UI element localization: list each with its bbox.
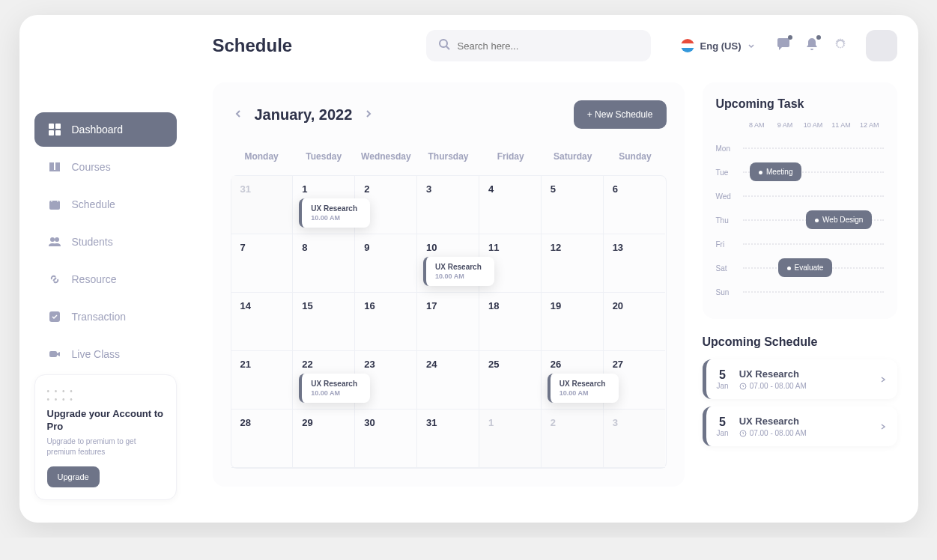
gear-icon[interactable] (833, 37, 848, 55)
calendar-cell[interactable]: 2 (542, 410, 604, 468)
schedule-title: UX Research (739, 416, 879, 427)
upgrade-title: Upgrade your Account to Pro (47, 408, 164, 433)
video-icon (48, 347, 61, 361)
calendar-cell[interactable]: 16 (355, 293, 417, 351)
day-label: Sun (716, 288, 743, 296)
event-title: UX Research (311, 204, 364, 213)
nav-liveclass[interactable]: Live Class (34, 337, 177, 371)
calendar-cell[interactable]: 1UX Research10.00 AM (293, 176, 355, 234)
upgrade-card: • • • •• • • • Upgrade your Account to P… (34, 374, 177, 500)
day-label: Wed (716, 192, 743, 201)
calendar-cell[interactable]: 3 (417, 176, 479, 234)
calendar-cell[interactable]: 31 (417, 410, 479, 468)
flag-icon (681, 39, 694, 52)
calendar-icon (48, 198, 61, 211)
avatar[interactable] (866, 30, 897, 61)
calendar-cell[interactable]: 25 (479, 351, 542, 410)
calendar-cell[interactable]: 12 (542, 234, 604, 293)
calendar-cell[interactable]: 26UX Research10.00 AM (542, 351, 604, 410)
schedule-item[interactable]: 5JanUX Research 07.00 - 08.00 AM (703, 359, 897, 399)
nav-label: Dashboard (72, 124, 124, 136)
upcoming-schedule-title: Upcoming Schedule (703, 335, 897, 349)
calendar-cell[interactable]: 7 (231, 234, 294, 293)
calendar-cell[interactable]: 31 (231, 176, 294, 234)
svg-point-11 (440, 40, 447, 47)
weekday-label: Sunday (604, 144, 666, 169)
nav-transaction[interactable]: Transaction (34, 299, 177, 334)
calendar-cell[interactable]: 10UX Research10.00 AM (417, 234, 479, 293)
calendar-cell[interactable]: 9 (355, 234, 417, 293)
language-selector[interactable]: Eng (US) (681, 39, 755, 52)
calendar-cell[interactable]: 14 (231, 293, 294, 351)
link-icon (48, 273, 61, 286)
event-time: 10.00 AM (311, 214, 364, 222)
calendar-cell[interactable]: 30 (355, 410, 417, 468)
task-chip[interactable]: Evaluate (778, 258, 833, 277)
upcoming-schedule-section: Upcoming Schedule 5JanUX Research 07.00 … (703, 335, 897, 454)
nav-schedule[interactable]: Schedule (34, 187, 177, 222)
nav-label: Transaction (72, 311, 127, 323)
hour-label: 8 AM (743, 121, 771, 129)
calendar-cell[interactable]: 6 (604, 176, 666, 234)
calendar-cell[interactable]: 18 (479, 293, 542, 351)
nav-label: Schedule (72, 198, 115, 210)
chevron-down-icon (748, 40, 755, 52)
day-label: Tue (716, 168, 743, 177)
page-title: Schedule (213, 35, 293, 56)
event-card[interactable]: UX Research10.00 AM (423, 257, 494, 286)
svg-rect-5 (51, 199, 52, 202)
language-label: Eng (US) (700, 40, 742, 52)
svg-rect-1 (55, 124, 61, 129)
task-row: Fri (716, 232, 884, 256)
calendar-cell[interactable]: 3 (604, 410, 666, 468)
nav-students[interactable]: Students (34, 225, 177, 259)
weekday-label: Saturday (542, 144, 604, 169)
calendar-cell[interactable]: 17 (417, 293, 479, 351)
search-box[interactable] (426, 30, 651, 61)
calendar-cell[interactable]: 21 (231, 351, 294, 410)
calendar-cell[interactable]: 8 (293, 234, 355, 293)
svg-rect-10 (49, 351, 57, 357)
event-card[interactable]: UX Research10.00 AM (548, 374, 619, 403)
task-chip[interactable]: Meeting (750, 162, 802, 181)
date-num: 5 (717, 416, 729, 429)
calendar-cell[interactable]: 20 (604, 293, 666, 351)
event-time: 10.00 AM (311, 389, 364, 397)
date-month: Jan (717, 429, 729, 437)
nav-dashboard[interactable]: Dashboard (34, 112, 177, 147)
weekday-label: Wednesday (355, 144, 417, 169)
calendar-cell[interactable]: 4 (479, 176, 542, 234)
messages-icon[interactable] (776, 37, 791, 55)
nav-resource[interactable]: Resource (34, 262, 177, 296)
search-input[interactable] (458, 40, 639, 52)
hour-label: 10 AM (799, 121, 828, 129)
day-label: Mon (716, 144, 743, 153)
nav-courses[interactable]: Courses (34, 150, 177, 184)
new-schedule-button[interactable]: + New Schedule (574, 100, 667, 129)
task-chip[interactable]: Web Design (806, 210, 872, 229)
next-month[interactable] (361, 105, 376, 124)
calendar-cell[interactable]: 19 (542, 293, 604, 351)
calendar-cell[interactable]: 24 (417, 351, 479, 410)
prev-month[interactable] (231, 105, 246, 124)
weekday-label: Tuesday (293, 144, 355, 169)
bell-icon[interactable] (804, 37, 819, 55)
calendar-cell[interactable]: 22UX Research10.00 AM (293, 351, 355, 410)
upcoming-task-panel: Upcoming Task 8 AM9 AM10 AM11 AM12 AM Mo… (703, 82, 897, 319)
nav-label: Resource (72, 273, 117, 285)
event-card[interactable]: UX Research10.00 AM (299, 374, 370, 403)
top-bar: Schedule Eng (US) (213, 30, 897, 61)
calendar-cell[interactable]: 28 (231, 410, 294, 468)
event-title: UX Research (311, 380, 364, 388)
upgrade-button[interactable]: Upgrade (47, 466, 100, 487)
calendar-cell[interactable]: 15 (293, 293, 355, 351)
schedule-item[interactable]: 5JanUX Research 07.00 - 08.00 AM (703, 407, 897, 446)
event-card[interactable]: UX Research10.00 AM (299, 198, 370, 228)
svg-point-8 (55, 237, 59, 242)
calendar-cell[interactable]: 13 (604, 234, 666, 293)
calendar-cell[interactable]: 1 (479, 410, 542, 468)
calendar-cell[interactable]: 29 (293, 410, 355, 468)
calendar-cell[interactable]: 5 (542, 176, 604, 234)
badge-dot (788, 35, 792, 40)
task-row: Mon (716, 136, 884, 160)
